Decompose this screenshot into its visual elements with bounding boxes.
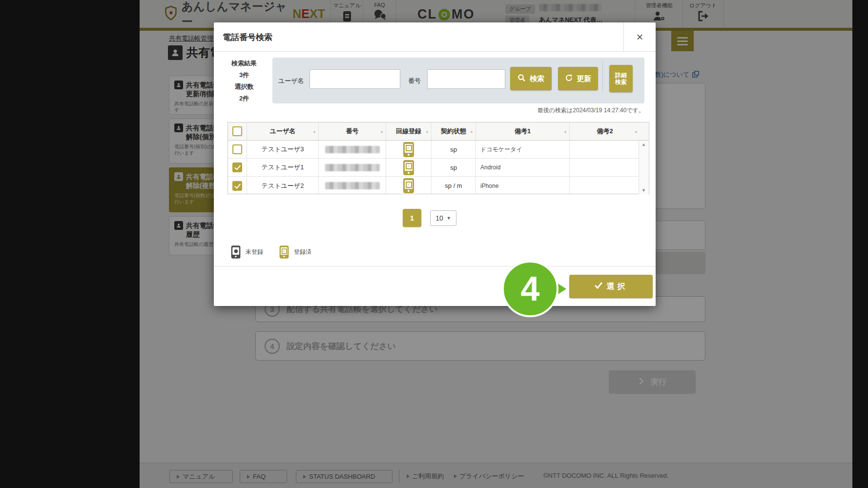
table-row: テストユーザ2 ✓ sp / m iPhone xyxy=(228,177,649,195)
cell-contract: sp / m xyxy=(432,177,476,195)
table-scrollbar[interactable]: ▲ ▼ xyxy=(639,141,648,194)
selected-label: 選択数 xyxy=(221,81,268,93)
legend-unregistered-label: 未登録 xyxy=(246,248,263,256)
cell-username: テストユーザ2 xyxy=(247,177,319,195)
col-line-registration[interactable]: 回線登録▲ xyxy=(386,122,432,140)
cell-number-redacted xyxy=(325,164,380,171)
selected-count: 2件 xyxy=(221,93,268,104)
unregistered-phone-icon xyxy=(231,245,241,258)
annotation-step-badge: 4 xyxy=(502,261,558,317)
search-button[interactable]: 検索 xyxy=(510,67,552,90)
row-checkbox[interactable] xyxy=(232,144,242,154)
modal-title: 電話番号検索 xyxy=(223,32,272,43)
modal-footer-divider xyxy=(214,266,656,266)
caret-down-icon: ▼ xyxy=(447,216,451,221)
refresh-icon xyxy=(565,74,573,83)
col-number[interactable]: 番号▲ xyxy=(319,122,386,140)
row-checkbox[interactable] xyxy=(232,163,242,172)
cell-username: テストユーザ3 xyxy=(247,141,319,158)
col-note1[interactable]: 備考1▲ xyxy=(476,122,570,140)
line-registered-icon: ✓ xyxy=(403,142,414,157)
col-note2[interactable]: 備考2▲ xyxy=(570,122,640,140)
page-size-select[interactable]: 10▼ xyxy=(430,210,456,226)
sort-asc-icon: ▲ xyxy=(634,129,638,134)
col-contract-status[interactable]: 契約状態▲ xyxy=(432,122,476,140)
panel-divider xyxy=(602,61,603,92)
refresh-button[interactable]: 更新 xyxy=(558,67,598,90)
result-label: 検索結果 xyxy=(221,58,268,69)
close-icon[interactable]: × xyxy=(623,22,656,52)
cell-username: テストユーザ1 xyxy=(247,159,319,176)
results-table: ユーザ名▲ 番号▲ 回線登録▲ 契約状態▲ 備考1▲ 備考2▲ テストユーザ3 … xyxy=(227,122,649,194)
check-icon xyxy=(594,282,603,291)
select-button[interactable]: 選択 xyxy=(569,275,653,298)
sort-asc-icon: ▲ xyxy=(563,129,567,134)
number-input[interactable] xyxy=(427,69,505,89)
username-input[interactable] xyxy=(310,69,400,89)
cell-note1: ドコモケータイ xyxy=(476,141,570,158)
result-count: 3件 xyxy=(221,69,268,81)
scroll-down-icon[interactable]: ▼ xyxy=(639,188,648,193)
col-username[interactable]: ユーザ名▲ xyxy=(247,122,319,140)
cell-note1: iPhone xyxy=(476,177,570,195)
table-row: テストユーザ3 ✓ sp ドコモケータイ xyxy=(228,141,649,159)
cell-note1: Android xyxy=(476,159,570,176)
number-label: 番号 xyxy=(408,77,421,85)
cell-note2 xyxy=(570,177,640,195)
sort-asc-icon: ▲ xyxy=(470,129,474,134)
modal-header: 電話番号検索 × xyxy=(214,22,656,52)
result-summary: 検索結果 3件 選択数 2件 xyxy=(221,58,268,104)
sort-asc-icon: ▲ xyxy=(312,129,316,134)
last-search-timestamp: 最後の検索は2024/03/19 14:27:40です。 xyxy=(537,106,644,115)
select-all-checkbox[interactable] xyxy=(232,126,242,136)
app-window: あんしんマネージャー NEXT マニュアル FAQ CLMO グループ 管理者 … xyxy=(140,0,852,488)
search-panel: ユーザ名 番号 検索 更新 詳細 検索 xyxy=(272,58,644,103)
table-header-row: ユーザ名▲ 番号▲ 回線登録▲ 契約状態▲ 備考1▲ 備考2▲ xyxy=(228,122,649,141)
legend-registered-label: 登録済 xyxy=(294,248,311,256)
search-icon xyxy=(517,74,526,83)
cell-note2 xyxy=(570,159,640,176)
cell-note2 xyxy=(570,141,640,158)
cell-number-redacted xyxy=(325,146,380,153)
line-registered-icon: ✓ xyxy=(403,178,414,193)
row-checkbox[interactable] xyxy=(232,181,242,191)
detail-search-button[interactable]: 詳細 検索 xyxy=(609,65,633,92)
page-1-button[interactable]: 1 xyxy=(403,209,421,227)
phone-search-modal: 電話番号検索 × 検索結果 3件 選択数 2件 ユーザ名 番号 検索 更新 xyxy=(214,22,656,306)
sort-asc-icon: ▲ xyxy=(425,129,429,134)
registration-legend: 未登録 ✓ 登録済 xyxy=(230,244,311,260)
scroll-up-icon[interactable]: ▲ xyxy=(639,142,648,147)
table-row: テストユーザ1 ✓ sp Android xyxy=(228,159,649,177)
username-label: ユーザ名 xyxy=(278,77,304,85)
line-registered-icon: ✓ xyxy=(403,160,414,175)
cell-contract: sp xyxy=(432,141,476,158)
cell-number-redacted xyxy=(325,182,380,189)
registered-phone-icon: ✓ xyxy=(280,245,289,258)
cell-contract: sp xyxy=(432,159,476,176)
sort-asc-icon: ▲ xyxy=(380,129,384,134)
